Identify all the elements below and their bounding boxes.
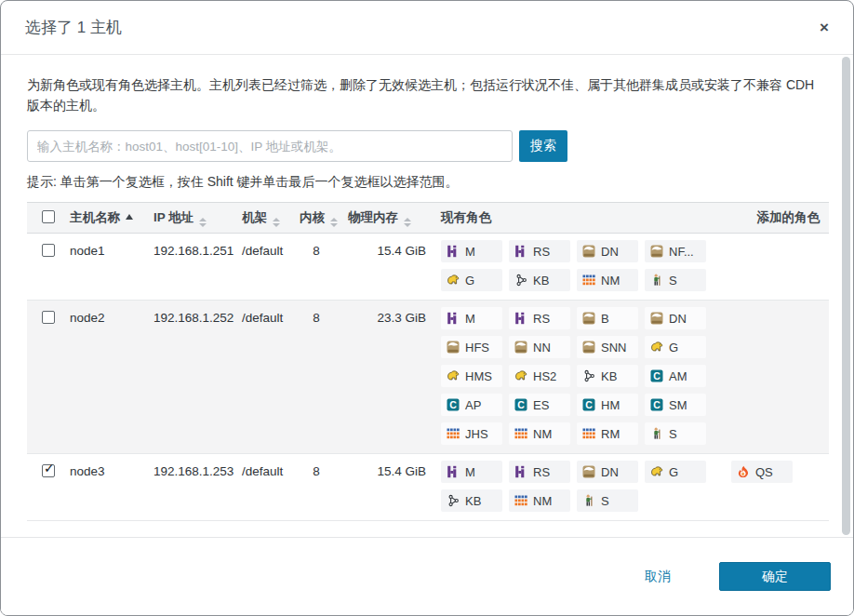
search-input[interactable] <box>27 130 513 162</box>
role-abbreviation: RS <box>533 245 550 259</box>
hint-text: 提示: 单击第一个复选框，按住 Shift 键并单击最后一个复选框以选择范围。 <box>27 174 827 191</box>
added-roles-cell <box>720 301 829 454</box>
role-badge: CAM <box>645 365 706 387</box>
role-badge: HS2 <box>509 365 570 387</box>
role-badge: M <box>441 307 502 329</box>
role-badge: RS <box>509 307 570 329</box>
hive-icon <box>650 465 663 478</box>
row-checkbox[interactable] <box>42 464 55 477</box>
role-abbreviation: NM <box>533 427 552 441</box>
column-header-label: 机架 <box>242 210 267 224</box>
cloudera-icon: C <box>582 398 595 411</box>
role-abbreviation: RS <box>533 312 550 326</box>
role-badge: HFS <box>441 336 502 358</box>
role-abbreviation: NF... <box>669 245 694 259</box>
hbase-icon <box>447 465 460 478</box>
host-cores: 8 <box>298 301 346 454</box>
role-abbreviation: NM <box>533 494 552 508</box>
role-abbreviation: M <box>465 312 475 326</box>
role-abbreviation: JHS <box>465 427 488 441</box>
role-badge: JHS <box>441 422 502 445</box>
role-abbreviation: S <box>669 427 677 441</box>
role-badge: RM <box>577 422 638 445</box>
existing-roles-cell: MRSDNNF...GKBNMS <box>439 234 720 301</box>
role-badge: S <box>645 269 706 291</box>
role-abbreviation: G <box>465 274 474 288</box>
svg-text:C: C <box>653 370 661 382</box>
role-badge: S <box>577 489 638 512</box>
hive-icon <box>650 341 663 354</box>
dialog-footer: 取消 确定 <box>1 537 853 615</box>
role-badge: NM <box>577 269 638 291</box>
role-badge: B <box>577 307 638 329</box>
column-header-label: 主机名称 <box>70 210 120 224</box>
scrollbar-thumb[interactable] <box>842 57 850 535</box>
role-abbreviation: DN <box>669 312 687 326</box>
role-badge: DN <box>577 461 638 483</box>
yarn-icon <box>582 274 595 287</box>
role-badge: CES <box>509 394 570 416</box>
role-abbreviation: SM <box>669 398 687 412</box>
row-checkbox[interactable] <box>42 311 55 324</box>
hdfs-icon <box>582 245 595 258</box>
added-roles-cell: QS <box>720 454 829 521</box>
sort-toggle-icon[interactable] <box>330 218 338 227</box>
role-abbreviation: HFS <box>465 341 489 355</box>
sort-toggle-icon[interactable] <box>199 218 207 227</box>
column-header[interactable]: 主机名称 <box>68 203 152 234</box>
hdfs-icon <box>447 341 460 354</box>
host-ip: 192.168.1.252 <box>152 301 240 454</box>
hbase-icon <box>514 465 527 478</box>
column-header-label: 内核 <box>300 210 325 224</box>
role-badge: G <box>645 461 706 483</box>
hive-icon <box>447 274 460 287</box>
role-badge: G <box>645 336 706 358</box>
ok-button[interactable]: 确定 <box>719 562 831 591</box>
zookeeper-icon <box>650 427 663 440</box>
hdfs-icon <box>514 341 527 354</box>
role-badge: RS <box>509 461 570 483</box>
role-badge: NM <box>509 489 570 512</box>
column-header-label: 添加的角色 <box>757 210 821 224</box>
cancel-button[interactable]: 取消 <box>639 568 676 586</box>
column-header[interactable]: IP 地址 <box>152 203 240 234</box>
close-icon[interactable]: × <box>820 20 829 35</box>
row-checkbox[interactable] <box>42 244 55 257</box>
role-abbreviation: B <box>601 312 609 326</box>
role-abbreviation: M <box>465 245 475 259</box>
role-badge: SNN <box>577 336 638 358</box>
cloudera-icon: C <box>514 398 527 411</box>
role-abbreviation: NN <box>533 341 551 355</box>
host-ip: 192.168.1.251 <box>152 234 240 301</box>
role-abbreviation: S <box>669 274 677 288</box>
cloudera-icon: C <box>447 398 460 411</box>
search-row: 搜索 <box>27 130 827 162</box>
select-all-checkbox[interactable] <box>42 210 55 223</box>
role-badge: QS <box>731 461 793 483</box>
table-row: node1192.168.1.251/default815.4 GiBMRSDN… <box>27 234 829 301</box>
column-header[interactable]: 内核 <box>298 203 346 234</box>
hive-icon <box>447 369 460 382</box>
zookeeper-icon <box>650 274 663 287</box>
hbase-icon <box>447 312 460 325</box>
dialog-body: 为新角色或现有角色选择主机。主机列表已经过筛选，删除了无效候选主机；包括运行状况… <box>1 55 853 566</box>
column-header[interactable]: 物理内存 <box>346 203 439 234</box>
search-button[interactable]: 搜索 <box>519 130 567 162</box>
column-header[interactable]: 机架 <box>240 203 298 234</box>
role-abbreviation: HM <box>601 398 620 412</box>
role-badge: CSM <box>645 394 706 416</box>
yarn-icon <box>447 427 460 440</box>
role-badge: DN <box>645 307 706 329</box>
sort-ascending-icon[interactable] <box>126 214 133 220</box>
role-abbreviation: RS <box>533 465 550 479</box>
sort-toggle-icon[interactable] <box>273 218 280 227</box>
yarn-icon <box>582 427 595 440</box>
column-header-label: 现有角色 <box>441 210 491 224</box>
sort-toggle-icon[interactable] <box>404 218 411 227</box>
role-abbreviation: ES <box>533 398 549 412</box>
role-abbreviation: AM <box>669 369 687 383</box>
hive-icon <box>514 369 527 382</box>
role-badge: CHM <box>577 394 638 416</box>
role-abbreviation: KB <box>465 494 481 508</box>
table-row: node3192.168.1.253/default815.4 GiBMRSDN… <box>27 454 829 521</box>
